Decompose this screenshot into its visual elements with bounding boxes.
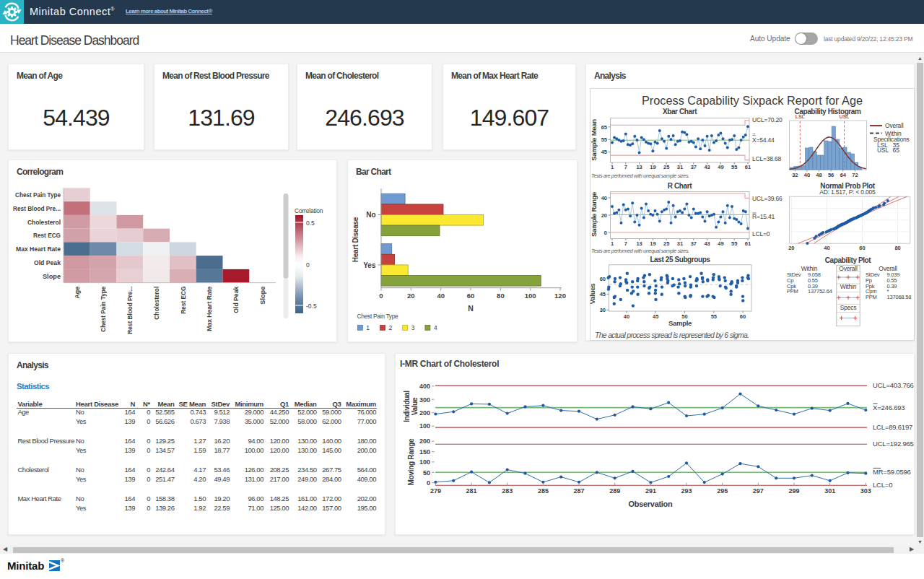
svg-text:400: 400 [419, 383, 430, 390]
svg-text:60: 60 [740, 313, 746, 320]
svg-text:Sample Range: Sample Range [590, 192, 598, 237]
svg-text:164: 164 [124, 466, 135, 474]
svg-text:45: 45 [601, 149, 607, 155]
svg-text:9.512: 9.512 [214, 408, 230, 416]
svg-text:100: 100 [419, 422, 430, 430]
svg-text:R Chart: R Chart [668, 182, 692, 190]
svg-text:60: 60 [467, 292, 475, 300]
svg-text:293: 293 [681, 487, 692, 495]
svg-text:7.938: 7.938 [214, 417, 230, 425]
svg-text:65: 65 [601, 124, 607, 131]
svg-text:USL: USL [840, 114, 850, 119]
svg-text:Max Heart Rate: Max Heart Rate [16, 245, 61, 253]
svg-text:Q3: Q3 [333, 400, 341, 408]
svg-text:No: No [76, 437, 84, 445]
svg-text:No: No [76, 495, 84, 502]
svg-text:564.00: 564.00 [357, 466, 377, 474]
svg-text:200: 200 [419, 437, 430, 445]
svg-text:0: 0 [147, 495, 150, 502]
svg-text:Observation: Observation [629, 500, 673, 508]
svg-text:Q1: Q1 [280, 400, 289, 408]
svg-text:Slope: Slope [258, 287, 266, 305]
svg-text:19.20: 19.20 [214, 495, 230, 502]
svg-text:131.00: 131.00 [245, 475, 264, 483]
svg-text:195.00: 195.00 [357, 504, 377, 512]
svg-text:N*: N* [143, 400, 151, 408]
svg-text:Yes: Yes [363, 261, 376, 269]
svg-text:49: 49 [718, 164, 723, 170]
svg-text:100.00: 100.00 [245, 446, 264, 454]
svg-text:4.17: 4.17 [193, 466, 206, 474]
svg-text:1.50: 1.50 [193, 495, 206, 502]
svg-text:Chest Pain Type: Chest Pain Type [357, 313, 399, 320]
svg-text:43: 43 [704, 164, 710, 170]
svg-text:202.00: 202.00 [357, 495, 377, 502]
svg-text:161.00: 161.00 [297, 495, 317, 502]
svg-text:UCL=70.20: UCL=70.20 [752, 116, 783, 123]
svg-text:LCL=38.68: LCL=38.68 [752, 155, 782, 162]
svg-text:Old Peak: Old Peak [232, 286, 240, 313]
svg-text:137752.64: 137752.64 [808, 288, 832, 295]
svg-text:148.25: 148.25 [270, 495, 289, 502]
svg-text:1: 1 [366, 324, 370, 331]
svg-text:72: 72 [852, 172, 858, 178]
svg-text:267.75: 267.75 [322, 466, 341, 474]
svg-text:Values: Values [588, 284, 596, 304]
svg-text:130.00: 130.00 [297, 437, 317, 445]
svg-text:Cholesterol: Cholesterol [17, 466, 48, 474]
svg-text:287: 287 [573, 487, 584, 495]
svg-text:139.26: 139.26 [155, 504, 175, 512]
svg-text:31: 31 [677, 164, 683, 170]
svg-text:45: 45 [653, 313, 658, 320]
svg-text:60: 60 [859, 245, 865, 251]
svg-text:40: 40 [601, 195, 607, 201]
svg-text:295: 295 [717, 487, 728, 495]
svg-text:65: 65 [893, 147, 900, 154]
svg-text:Capability Plot: Capability Plot [825, 256, 872, 264]
svg-text:299: 299 [788, 487, 799, 495]
svg-text:145.00: 145.00 [322, 446, 341, 454]
svg-text:Median: Median [295, 400, 317, 408]
svg-text:Tests are performed with unequ: Tests are performed with unequal sample … [591, 248, 689, 254]
svg-text:80: 80 [497, 292, 505, 300]
svg-text:4: 4 [434, 324, 437, 331]
svg-text:AD: 1.517, P: < 0.005: AD: 1.517, P: < 0.005 [819, 188, 876, 196]
svg-text:217.00: 217.00 [270, 475, 289, 483]
svg-text:200: 200 [419, 409, 430, 417]
svg-text:UCL=39.66: UCL=39.66 [752, 195, 783, 202]
svg-text:1.59: 1.59 [193, 446, 206, 454]
svg-text:LCL=89.6197: LCL=89.6197 [873, 423, 912, 431]
svg-text:Rest Blood Pre...: Rest Blood Pre... [126, 287, 134, 334]
svg-text:0: 0 [147, 437, 150, 445]
svg-text:234.50: 234.50 [297, 466, 317, 474]
svg-text:172.00: 172.00 [322, 495, 341, 502]
svg-text:25: 25 [663, 240, 669, 247]
svg-text:130.00: 130.00 [297, 446, 317, 454]
svg-text:19: 19 [650, 164, 655, 170]
svg-text:3: 3 [411, 324, 415, 331]
svg-text:281: 281 [466, 487, 477, 495]
svg-text:Correlation: Correlation [295, 207, 323, 214]
svg-text:158.38: 158.38 [155, 495, 175, 502]
svg-text:PPM: PPM [787, 288, 798, 295]
svg-text:40: 40 [624, 313, 629, 320]
svg-text:45: 45 [600, 291, 606, 297]
svg-text:No: No [366, 211, 375, 219]
svg-text:StDev: StDev [212, 400, 230, 408]
svg-text:100: 100 [525, 292, 536, 300]
svg-text:Maximum: Maximum [346, 400, 376, 408]
svg-text:0: 0 [147, 417, 150, 425]
svg-text:Age: Age [17, 408, 29, 416]
svg-text:20: 20 [407, 292, 415, 300]
svg-text:LCL=0: LCL=0 [873, 481, 892, 489]
svg-text:44.250: 44.250 [270, 408, 289, 416]
svg-text:1.92: 1.92 [193, 504, 206, 512]
svg-text:Yes: Yes [76, 417, 87, 425]
svg-text:150: 150 [419, 448, 430, 456]
svg-text:Mean: Mean [157, 400, 175, 408]
svg-text:284.00: 284.00 [322, 475, 341, 483]
svg-text:0.743: 0.743 [190, 408, 206, 416]
svg-text:Max Heart Rate: Max Heart Rate [205, 287, 213, 331]
svg-text:7: 7 [624, 164, 627, 170]
svg-text:139: 139 [124, 475, 135, 483]
